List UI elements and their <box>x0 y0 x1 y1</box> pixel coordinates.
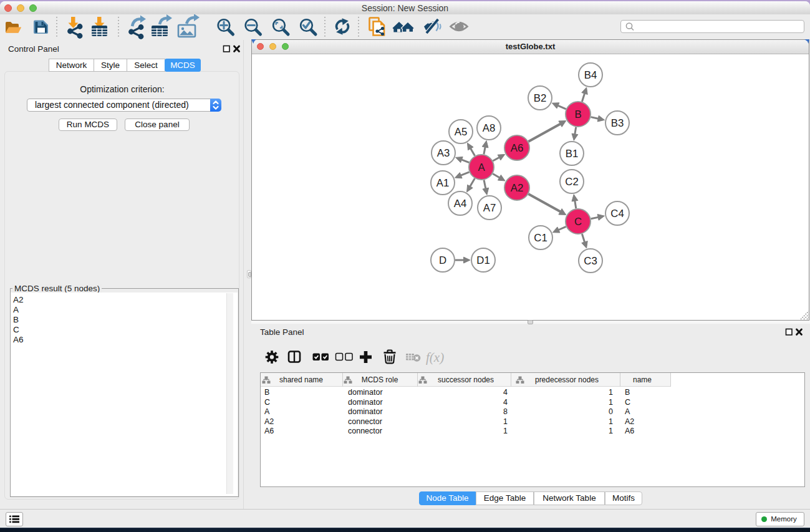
svg-text:C3: C3 <box>584 255 597 267</box>
svg-text:A6: A6 <box>511 142 524 154</box>
svg-text:A5: A5 <box>455 126 468 138</box>
svg-text:D: D <box>439 254 446 266</box>
svg-text:A3: A3 <box>437 147 450 159</box>
svg-text:C1: C1 <box>534 232 547 244</box>
svg-text:B4: B4 <box>584 69 597 81</box>
svg-text:A2: A2 <box>511 182 524 194</box>
svg-text:B3: B3 <box>611 117 624 129</box>
svg-text:C4: C4 <box>610 208 624 220</box>
svg-text:C: C <box>574 216 582 228</box>
svg-text:f(x): f(x) <box>426 350 444 365</box>
svg-text:A7: A7 <box>483 202 496 214</box>
svg-text:C2: C2 <box>565 176 578 188</box>
svg-text:B: B <box>574 109 581 120</box>
svg-text:A: A <box>478 162 485 173</box>
svg-text:D1: D1 <box>476 254 489 266</box>
svg-text:A8: A8 <box>483 122 496 134</box>
svg-text:A4: A4 <box>454 198 467 210</box>
svg-text:B1: B1 <box>566 148 579 160</box>
svg-text:A1: A1 <box>436 177 450 189</box>
svg-text:B2: B2 <box>534 92 547 104</box>
